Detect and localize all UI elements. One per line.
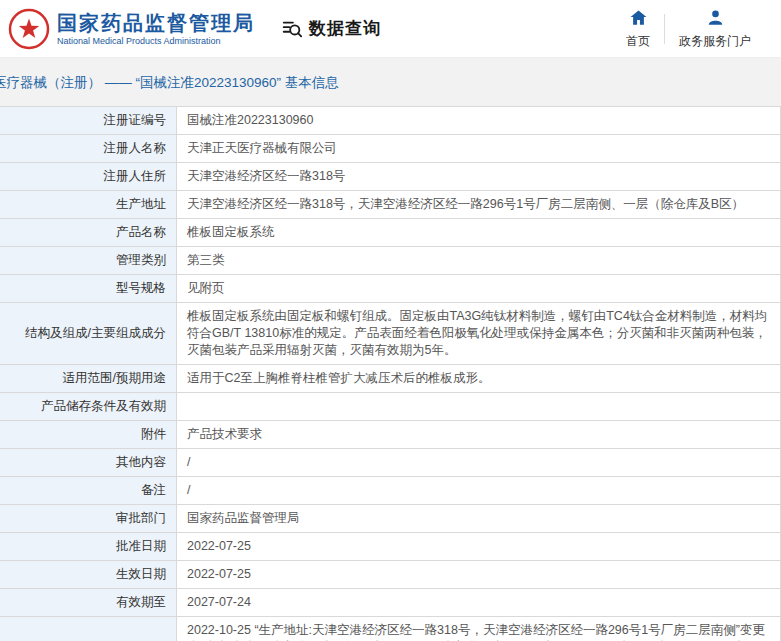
table-row: 结构及组成/主要组成成分椎板固定板系统由固定板和螺钉组成。固定板由TA3G纯钛材…	[0, 303, 781, 365]
row-value: /	[177, 449, 781, 477]
table-row: 型号规格见附页	[0, 275, 781, 303]
logo-subtitle: National Medical Products Administration	[57, 35, 255, 47]
row-value: 2022-07-25	[177, 533, 781, 561]
table-row: 附件产品技术要求	[0, 421, 781, 449]
table-row: 审批部门国家药品监督管理局	[0, 505, 781, 533]
row-value: 2022-10-25 “生产地址:天津空港经济区经一路318号，天津空港经济区经…	[177, 617, 781, 641]
row-label: 注册证编号	[0, 107, 177, 135]
table-row: 生产地址天津空港经济区经一路318号，天津空港经济区经一路296号1号厂房二层南…	[0, 191, 781, 219]
row-label: 型号规格	[0, 275, 177, 303]
row-value: 第三类	[177, 247, 781, 275]
main-content: 医疗器械（注册） —— “国械注准20223130960” 基本信息 注册证编号…	[0, 58, 781, 641]
row-label: 附件	[0, 421, 177, 449]
search-icon	[281, 18, 303, 40]
table-row: 生效日期2022-07-25	[0, 561, 781, 589]
table-row: 产品储存条件及有效期	[0, 393, 781, 421]
row-label: 有效期至	[0, 589, 177, 617]
row-value: 适用于C2至上胸椎脊柱椎管扩大减压术后的椎板成形。	[177, 365, 781, 393]
row-value: 椎板固定板系统由固定板和螺钉组成。固定板由TA3G纯钛材料制造，螺钉由TC4钛合…	[177, 303, 781, 365]
page-title: 医疗器械（注册） —— “国械注准20223130960” 基本信息	[0, 74, 781, 92]
data-query-label: 数据查询	[309, 17, 381, 40]
info-table-body: 注册证编号国械注准20223130960注册人名称天津正天医疗器械有限公司注册人…	[0, 107, 781, 641]
table-row: 注册人名称天津正天医疗器械有限公司	[0, 135, 781, 163]
header-nav: 首页 政务服务门户	[612, 8, 765, 50]
row-label: 适用范围/预期用途	[0, 365, 177, 393]
row-label: 其他内容	[0, 449, 177, 477]
table-row: 注册人住所天津空港经济区经一路318号	[0, 163, 781, 191]
row-value: 产品技术要求	[177, 421, 781, 449]
row-label: 批准日期	[0, 533, 177, 561]
row-label: 产品储存条件及有效期	[0, 393, 177, 421]
row-value: 天津空港经济区经一路318号	[177, 163, 781, 191]
row-label: 审批部门	[0, 505, 177, 533]
row-label: 生产地址	[0, 191, 177, 219]
home-icon	[629, 8, 648, 30]
row-label: 结构及组成/主要组成成分	[0, 303, 177, 365]
row-label: 管理类别	[0, 247, 177, 275]
row-value: 国械注准20223130960	[177, 107, 781, 135]
table-row: 变更情况2022-10-25 “生产地址:天津空港经济区经一路318号，天津空港…	[0, 617, 781, 641]
row-value: 2022-07-25	[177, 561, 781, 589]
row-label: 注册人名称	[0, 135, 177, 163]
table-row: 有效期至2027-07-24	[0, 589, 781, 617]
portal-icon	[706, 8, 725, 30]
logo-title: 国家药品监督管理局	[57, 11, 255, 35]
row-value: 2027-07-24	[177, 589, 781, 617]
table-row: 产品名称椎板固定板系统	[0, 219, 781, 247]
table-row: 适用范围/预期用途适用于C2至上胸椎脊柱椎管扩大减压术后的椎板成形。	[0, 365, 781, 393]
nav-home-label: 首页	[626, 33, 650, 50]
nav-home[interactable]: 首页	[612, 8, 664, 50]
table-row: 注册证编号国械注准20223130960	[0, 107, 781, 135]
nmpa-logo: 国家药品监督管理局 National Medical Products Admi…	[8, 8, 255, 50]
row-label: 产品名称	[0, 219, 177, 247]
row-label: 注册人住所	[0, 163, 177, 191]
row-value: 天津空港经济区经一路318号，天津空港经济区经一路296号1号厂房二层南侧、一层…	[177, 191, 781, 219]
row-label: 生效日期	[0, 561, 177, 589]
row-value: 椎板固定板系统	[177, 219, 781, 247]
table-row: 批准日期2022-07-25	[0, 533, 781, 561]
nav-portal[interactable]: 政务服务门户	[665, 8, 765, 50]
nav-portal-label: 政务服务门户	[679, 33, 751, 50]
data-query-heading: 数据查询	[281, 17, 381, 40]
top-header: 国家药品监督管理局 National Medical Products Admi…	[0, 0, 781, 58]
row-value: 天津正天医疗器械有限公司	[177, 135, 781, 163]
row-value: 见附页	[177, 275, 781, 303]
nmpa-seal-icon	[8, 8, 50, 50]
row-value: 国家药品监督管理局	[177, 505, 781, 533]
row-label: 变更情况	[0, 617, 177, 641]
row-value: /	[177, 477, 781, 505]
table-row: 备注/	[0, 477, 781, 505]
row-value	[177, 393, 781, 421]
table-row: 管理类别第三类	[0, 247, 781, 275]
info-table: 注册证编号国械注准20223130960注册人名称天津正天医疗器械有限公司注册人…	[0, 106, 781, 641]
table-row: 其他内容/	[0, 449, 781, 477]
row-label: 备注	[0, 477, 177, 505]
logo-text: 国家药品监督管理局 National Medical Products Admi…	[57, 11, 255, 47]
